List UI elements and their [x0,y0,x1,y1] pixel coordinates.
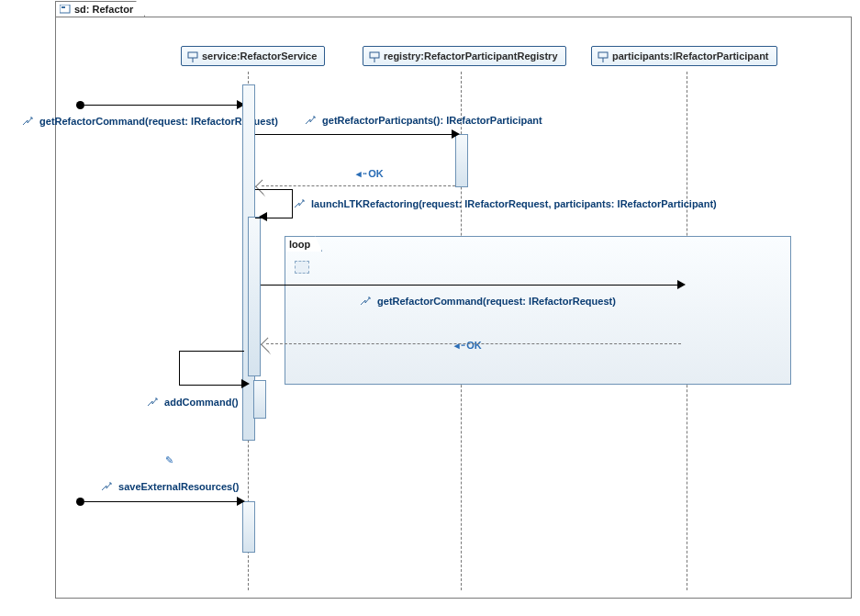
msg-label-add-command: addCommand() [147,397,239,408]
message-icon [360,297,371,307]
loop-label: loop [289,239,310,250]
property-icon: ✎ [165,454,173,466]
lifeline-icon [369,51,380,62]
svg-rect-1 [61,6,65,8]
msg-get-participants[interactable] [255,134,453,135]
message-icon [101,482,112,492]
arrowhead [241,379,250,388]
msg-label-get-command-loop: getRefactorCommand(request: IRefactorReq… [360,296,616,307]
activation-service-nested [248,217,261,376]
svg-rect-2 [188,52,197,58]
msg-label-save-external: saveExternalResources() [101,481,240,492]
sequence-diagram-canvas: sd: Refactor service:RefactorService reg… [0,0,860,616]
found-message-origin-2 [76,498,84,506]
lifeline-service[interactable]: service:RefactorService [181,46,325,66]
frame-title: sd: Refactor [74,4,133,15]
msg-get-refactor-command[interactable] [84,105,239,106]
return-label-ok2: ◂ ··OK [454,340,482,352]
return-label-ok1: ◂ ··OK [356,168,384,180]
svg-rect-4 [370,52,379,58]
arrowhead [237,497,245,506]
return-ok1[interactable] [262,185,455,186]
arrowhead [677,280,686,289]
svg-rect-0 [60,5,70,13]
message-icon [294,199,305,209]
found-message-origin [76,101,84,109]
lifeline-icon [187,51,198,62]
message-icon [22,117,33,127]
msg-label-get-refactor-command: getRefactorCommand(request: IRefactorReq… [22,116,278,127]
activation-service-save [242,501,255,553]
msg-get-command-loop[interactable] [261,285,679,286]
activation-service-add [253,380,266,419]
arrowhead [259,212,267,221]
loop-fragment[interactable]: loop [285,236,791,385]
activation-registry [455,134,468,187]
message-icon [147,398,158,408]
lifeline-icon [598,51,609,62]
return-ok2[interactable] [266,343,681,344]
frame-tab: sd: Refactor [55,1,145,17]
message-icon [305,116,316,126]
self-return-nested[interactable] [179,351,244,386]
sd-icon [60,5,71,14]
lifeline-registry[interactable]: registry:RefactorParticipantRegistry [363,46,566,66]
guard-placeholder [295,261,309,274]
msg-label-get-participants: getRefactorParticpants(): IRefactorParti… [305,115,542,126]
loop-tab: loop [285,236,322,252]
lifeline-participants[interactable]: participants:IRefactorParticipant [591,46,777,66]
svg-rect-6 [598,52,608,58]
msg-label-launch-ltk: launchLTKRefactoring(request: IRefactorR… [294,198,717,209]
msg-save-external[interactable] [84,501,239,502]
arrowhead [452,129,460,139]
